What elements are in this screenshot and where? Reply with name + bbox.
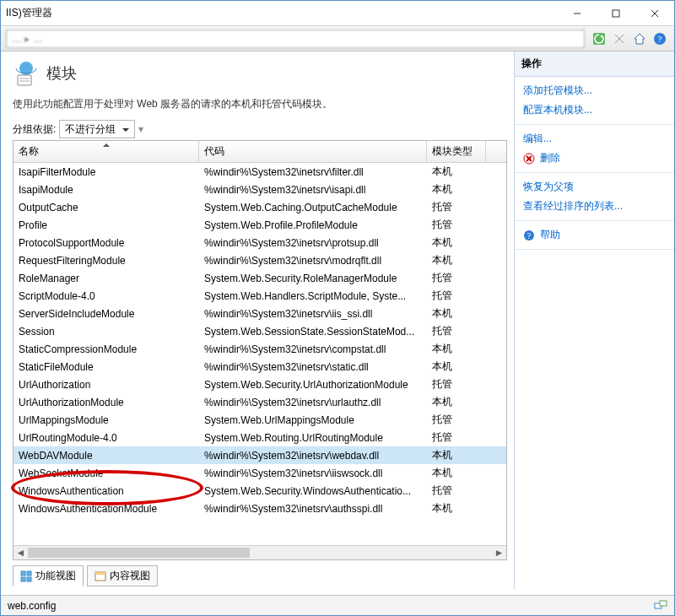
table-row[interactable]: IsapiFilterModule%windir%\System32\inets… <box>14 163 506 181</box>
action-help[interactable]: ? 帮助 <box>523 228 666 242</box>
action-edit[interactable]: 编辑... <box>523 132 666 146</box>
group-by-dropdown[interactable]: 不进行分组 <box>59 120 135 138</box>
table-row[interactable]: WebDAVModule%windir%\System32\inetsrv\we… <box>14 446 506 464</box>
table-row[interactable]: StaticCompressionModule%windir%\System32… <box>14 340 506 358</box>
cell-name: StaticFileModule <box>14 361 199 373</box>
maximize-button[interactable] <box>597 1 635 25</box>
refresh-icon[interactable] <box>590 30 608 48</box>
cell-name: UrlRoutingModule-4.0 <box>14 432 199 444</box>
modules-icon <box>13 60 40 87</box>
cell-name: ScriptModule-4.0 <box>14 290 199 302</box>
action-configure-native-modules[interactable]: 配置本机模块... <box>523 103 666 117</box>
svg-rect-14 <box>27 571 31 575</box>
cell-name: Profile <box>14 219 199 231</box>
column-header-type[interactable]: 模块类型 <box>427 141 486 162</box>
cell-type: 托管 <box>427 218 486 232</box>
cell-type: 托管 <box>427 413 486 427</box>
cell-type: 托管 <box>427 324 486 338</box>
cell-code: System.Web.UrlMappingsModule <box>199 414 427 426</box>
status-config-source: web.config <box>8 600 56 612</box>
tab-features-label: 功能视图 <box>35 569 76 583</box>
table-row[interactable]: UrlAuthorizationSystem.Web.Security.UrlA… <box>14 376 506 393</box>
table-row[interactable]: ProtocolSupportModule%windir%\System32\i… <box>14 234 506 251</box>
action-delete[interactable]: 删除 <box>523 151 666 165</box>
column-header-code[interactable]: 代码 <box>199 141 427 162</box>
svg-rect-25 <box>660 601 667 606</box>
horizontal-scrollbar[interactable]: ◄ ► <box>14 545 506 559</box>
breadcrumb[interactable]: … ▸ … <box>6 30 585 48</box>
cell-code: System.Web.Routing.UrlRoutingModule <box>199 432 427 444</box>
column-header-name[interactable]: 名称 <box>14 141 199 162</box>
table-row[interactable]: ScriptModule-4.0System.Web.Handlers.Scri… <box>14 287 506 305</box>
cell-code: %windir%\System32\inetsrv\isapi.dll <box>199 184 427 196</box>
grid-header: 名称 代码 模块类型 <box>14 141 506 163</box>
modules-grid: 名称 代码 模块类型 IsapiFilterModule%windir%\Sys… <box>13 140 507 560</box>
grid-body[interactable]: IsapiFilterModule%windir%\System32\inets… <box>14 163 506 545</box>
table-row[interactable]: UrlMappingsModuleSystem.Web.UrlMappingsM… <box>14 411 506 429</box>
cell-code: %windir%\System32\inetsrv\webdav.dll <box>199 450 427 462</box>
tab-features-view[interactable]: 功能视图 <box>13 565 84 586</box>
table-row[interactable]: ProfileSystem.Web.Profile.ProfileModule托… <box>14 216 506 234</box>
cell-code: System.Web.SessionState.SessionStateMod.… <box>199 326 427 338</box>
table-row[interactable]: OutputCacheSystem.Web.Caching.OutputCach… <box>14 198 506 216</box>
svg-rect-10 <box>18 75 31 85</box>
action-view-ordered-list[interactable]: 查看经过排序的列表... <box>523 199 666 213</box>
window-title: IIS)管理器 <box>1 6 52 20</box>
cell-name: RequestFilteringModule <box>14 255 199 267</box>
svg-text:?: ? <box>527 231 532 240</box>
cell-type: 本机 <box>427 342 486 356</box>
svg-rect-16 <box>27 577 31 581</box>
minimize-button[interactable] <box>558 1 597 25</box>
cell-name: UrlAuthorizationModule <box>14 397 199 408</box>
table-row[interactable]: StaticFileModule%windir%\System32\inetsr… <box>14 358 506 376</box>
cell-code: System.Web.Profile.ProfileModule <box>199 219 427 231</box>
cell-code: %windir%\System32\inetsrv\protsup.dll <box>199 237 427 249</box>
cell-code: %windir%\System32\inetsrv\iis_ssi.dll <box>199 308 427 320</box>
page-description: 使用此功能配置用于处理对 Web 服务器的请求的本机和托管代码模块。 <box>13 97 507 111</box>
svg-text:?: ? <box>658 34 662 44</box>
table-row[interactable]: IsapiModule%windir%\System32\inetsrv\isa… <box>14 181 506 198</box>
cell-type: 托管 <box>427 289 486 303</box>
table-row[interactable]: WindowsAuthenticationSystem.Web.Security… <box>14 482 506 500</box>
scroll-thumb[interactable] <box>28 548 250 558</box>
content-view-icon <box>94 570 106 582</box>
table-row[interactable]: RequestFilteringModule%windir%\System32\… <box>14 251 506 269</box>
client-area: 模块 使用此功能配置用于处理对 Web 服务器的请求的本机和托管代码模块。 分组… <box>1 51 674 590</box>
view-tabs: 功能视图 内容视图 <box>13 565 507 586</box>
stop-icon[interactable] <box>610 30 629 48</box>
cell-name: ProtocolSupportModule <box>14 237 199 249</box>
cell-type: 本机 <box>427 501 486 516</box>
cell-type: 托管 <box>427 484 486 498</box>
help-icon: ? <box>523 230 535 241</box>
table-row[interactable]: WindowsAuthenticationModule%windir%\Syst… <box>14 500 506 517</box>
cell-type: 本机 <box>427 395 486 409</box>
title-bar: IIS)管理器 <box>1 1 674 26</box>
cell-type: 托管 <box>427 377 486 392</box>
help-icon[interactable]: ? <box>651 30 669 48</box>
cell-type: 本机 <box>427 466 486 480</box>
status-bar: web.config <box>1 595 674 615</box>
table-row[interactable]: RoleManagerSystem.Web.Security.RoleManag… <box>14 269 506 287</box>
cell-code: %windir%\System32\inetsrv\authsspi.dll <box>199 503 427 515</box>
cell-type: 本机 <box>427 253 486 267</box>
scroll-right-arrow[interactable]: ► <box>492 546 506 559</box>
cell-type: 本机 <box>427 165 486 179</box>
svg-rect-15 <box>21 577 25 581</box>
table-row[interactable]: SessionSystem.Web.SessionState.SessionSt… <box>14 322 506 340</box>
scroll-left-arrow[interactable]: ◄ <box>14 546 28 559</box>
action-help-label: 帮助 <box>540 228 560 242</box>
table-row[interactable]: WebSocketModule%windir%\System32\inetsrv… <box>14 464 506 482</box>
action-add-managed-module[interactable]: 添加托管模块... <box>523 84 666 98</box>
home-icon[interactable] <box>630 30 649 48</box>
sort-asc-icon <box>103 140 110 147</box>
cell-type: 本机 <box>427 235 486 250</box>
table-row[interactable]: UrlRoutingModule-4.0System.Web.Routing.U… <box>14 429 506 446</box>
close-button[interactable] <box>635 1 674 25</box>
cell-code: %windir%\System32\inetsrv\static.dll <box>199 361 427 373</box>
table-row[interactable]: UrlAuthorizationModule%windir%\System32\… <box>14 393 506 411</box>
action-revert-to-parent[interactable]: 恢复为父项 <box>523 180 666 194</box>
page-title: 模块 <box>46 63 77 84</box>
tab-content-view[interactable]: 内容视图 <box>87 565 158 586</box>
cell-name: UrlAuthorization <box>14 379 199 391</box>
table-row[interactable]: ServerSideIncludeModule%windir%\System32… <box>14 305 506 322</box>
